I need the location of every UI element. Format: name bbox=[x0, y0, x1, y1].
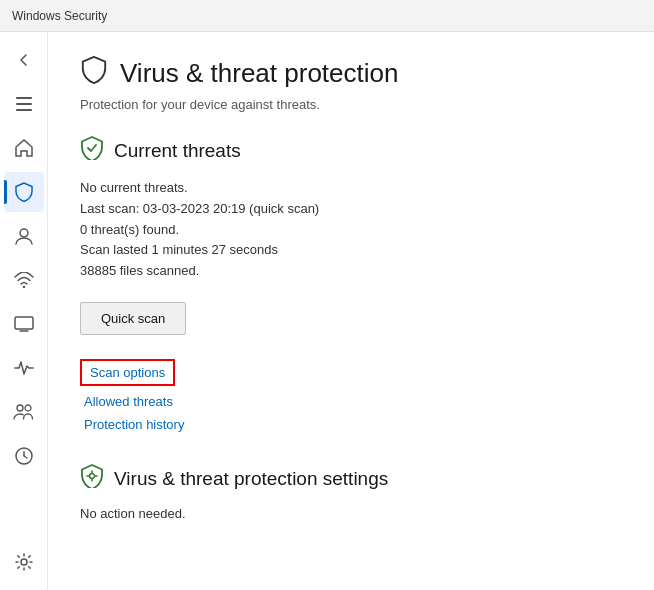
sidebar bbox=[0, 32, 48, 590]
svg-rect-0 bbox=[16, 97, 32, 99]
app-body: Virus & threat protection Protection for… bbox=[0, 32, 654, 590]
svg-rect-2 bbox=[16, 109, 32, 111]
settings-section-title: Virus & threat protection settings bbox=[114, 468, 388, 490]
settings-section: Virus & threat protection settings No ac… bbox=[80, 464, 622, 521]
current-threats-header: Current threats bbox=[80, 136, 622, 166]
threats-found-text: 0 threat(s) found. bbox=[80, 220, 622, 241]
svg-rect-1 bbox=[16, 103, 32, 105]
threat-info: No current threats. Last scan: 03-03-202… bbox=[80, 178, 622, 282]
svg-point-7 bbox=[25, 405, 31, 411]
wifi-icon[interactable] bbox=[4, 260, 44, 300]
virus-shield-icon bbox=[80, 56, 108, 91]
settings-nav-icon[interactable] bbox=[4, 542, 44, 582]
no-threats-text: No current threats. bbox=[80, 178, 622, 199]
page-header: Virus & threat protection bbox=[80, 56, 622, 91]
family-icon[interactable] bbox=[4, 392, 44, 432]
svg-point-4 bbox=[22, 286, 24, 288]
page-subtitle: Protection for your device against threa… bbox=[80, 97, 622, 112]
current-threats-title: Current threats bbox=[114, 140, 241, 162]
no-action-text: No action needed. bbox=[80, 506, 622, 521]
svg-point-3 bbox=[20, 229, 28, 237]
svg-point-10 bbox=[90, 473, 95, 478]
scan-duration-text: Scan lasted 1 minutes 27 seconds bbox=[80, 240, 622, 261]
svg-rect-5 bbox=[15, 317, 33, 329]
last-scan-text: Last scan: 03-03-2023 20:19 (quick scan) bbox=[80, 199, 622, 220]
history-icon[interactable] bbox=[4, 436, 44, 476]
allowed-threats-link[interactable]: Allowed threats bbox=[84, 394, 622, 409]
person-icon[interactable] bbox=[4, 216, 44, 256]
title-bar: Windows Security bbox=[0, 0, 654, 32]
links-area: Scan options Allowed threats Protection … bbox=[80, 359, 622, 432]
device-icon[interactable] bbox=[4, 304, 44, 344]
main-content: Virus & threat protection Protection for… bbox=[48, 32, 654, 590]
svg-point-6 bbox=[17, 405, 23, 411]
back-icon[interactable] bbox=[4, 40, 44, 80]
svg-point-9 bbox=[21, 559, 27, 565]
files-scanned-text: 38885 files scanned. bbox=[80, 261, 622, 282]
menu-icon[interactable] bbox=[4, 84, 44, 124]
settings-section-icon bbox=[80, 464, 104, 494]
home-icon[interactable] bbox=[4, 128, 44, 168]
quick-scan-button[interactable]: Quick scan bbox=[80, 302, 186, 335]
current-threats-icon bbox=[80, 136, 104, 166]
settings-section-header: Virus & threat protection settings bbox=[80, 464, 622, 494]
health-icon[interactable] bbox=[4, 348, 44, 388]
shield-nav-icon[interactable] bbox=[4, 172, 44, 212]
scan-options-link[interactable]: Scan options bbox=[80, 359, 175, 386]
page-title: Virus & threat protection bbox=[120, 58, 398, 89]
title-bar-label: Windows Security bbox=[12, 9, 107, 23]
protection-history-link[interactable]: Protection history bbox=[84, 417, 622, 432]
